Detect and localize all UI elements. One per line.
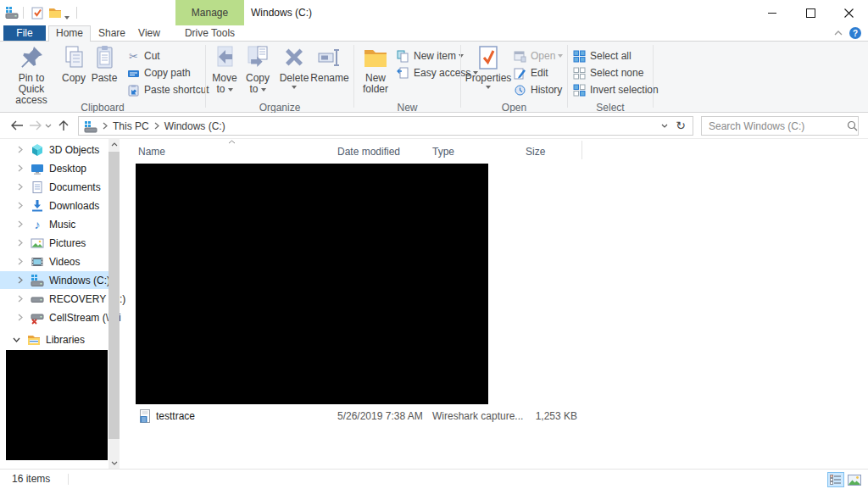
select-none-button[interactable]: Select none <box>573 65 643 81</box>
qat-customize-caret-icon[interactable] <box>64 11 70 23</box>
chevron-right-icon[interactable] <box>16 276 24 284</box>
properties-quick-icon[interactable] <box>31 6 44 19</box>
delete-button[interactable]: Delete <box>276 44 312 100</box>
search-icon[interactable] <box>840 120 865 131</box>
sidebar-item-downloads[interactable]: Downloads <box>0 197 108 214</box>
new-folder-label: New folder <box>357 73 394 95</box>
address-bar[interactable]: This PC Windows (C:) ↻ <box>78 116 693 136</box>
refresh-icon[interactable]: ↻ <box>674 117 693 135</box>
wireshark-file-icon <box>138 409 152 423</box>
sidebar-item-recovery-d[interactable]: RECOVERY (D:) <box>0 290 108 308</box>
sidebar-item-desktop[interactable]: Desktop <box>0 159 108 177</box>
move-to-button[interactable]: Move to <box>209 44 241 100</box>
file-name[interactable]: testtrace <box>156 408 195 425</box>
column-header-date-modified[interactable]: Date modified <box>337 142 400 161</box>
new-folder-button[interactable]: New folder <box>357 44 394 100</box>
tab-view[interactable]: View <box>132 25 166 41</box>
invert-selection-button[interactable]: Invert selection <box>573 82 659 97</box>
libraries-icon <box>27 333 41 347</box>
up-button[interactable] <box>54 116 73 135</box>
chevron-right-icon[interactable] <box>16 314 24 321</box>
sidebar-item-windows-c[interactable]: Windows (C:) <box>0 271 108 289</box>
invert-selection-label: Invert selection <box>590 84 659 96</box>
move-to-label: Move to <box>212 72 236 95</box>
back-button[interactable] <box>8 116 26 135</box>
navigation-bar: This PC Windows (C:) ↻ <box>0 113 868 139</box>
properties-caret-icon <box>486 86 491 89</box>
edit-button[interactable]: Edit <box>514 65 548 81</box>
sidebar-item-3d-objects[interactable]: 3D Objects <box>0 141 108 158</box>
address-dropdown-caret-icon[interactable] <box>655 124 674 128</box>
copy-button[interactable]: Copy <box>59 44 88 100</box>
scroll-up-icon[interactable] <box>108 139 120 150</box>
open-button[interactable]: Open <box>514 48 563 64</box>
chevron-right-icon[interactable] <box>16 258 24 265</box>
sidebar-item-pictures[interactable]: Pictures <box>0 234 108 252</box>
copy-to-button[interactable]: Copy to <box>242 44 274 100</box>
tab-drive-tools[interactable]: Drive Tools <box>175 25 244 41</box>
sidebar-item-videos[interactable]: Videos <box>0 253 108 270</box>
sidebar-item-cellstream[interactable]: CellStream (\\Di <box>0 308 108 326</box>
sidebar-scrollbar[interactable] <box>108 139 120 469</box>
chevron-right-icon[interactable] <box>16 146 24 153</box>
chevron-right-icon[interactable] <box>16 295 24 303</box>
chevron-right-icon[interactable] <box>16 183 24 191</box>
properties-button[interactable]: Properties <box>466 44 510 100</box>
chevron-right-icon[interactable] <box>16 164 24 172</box>
breadcrumb-this-pc[interactable]: This PC <box>108 120 154 132</box>
sidebar-item-music[interactable]: ♪ Music <box>0 215 108 233</box>
cut-button[interactable]: ✂ Cut <box>127 48 160 64</box>
chevron-right-icon[interactable] <box>16 239 24 247</box>
scrollbar-thumb[interactable] <box>108 152 120 439</box>
chevron-right-icon[interactable] <box>16 202 24 209</box>
column-header-type[interactable]: Type <box>432 142 454 161</box>
search-input[interactable] <box>702 120 840 132</box>
paste-button[interactable]: Paste <box>89 44 120 100</box>
sidebar-item-label: Libraries <box>46 334 85 346</box>
windows-drive-icon <box>31 274 44 287</box>
pictures-icon <box>31 236 44 250</box>
copy-path-button[interactable]: Copy path <box>127 65 191 81</box>
pin-to-quick-access-button[interactable]: Pin to Quick access <box>4 44 58 100</box>
chevron-down-icon[interactable] <box>13 336 20 343</box>
chevron-right-icon[interactable] <box>16 220 24 228</box>
column-header-name[interactable]: Name <box>138 142 165 161</box>
history-button[interactable]: History <box>514 82 562 97</box>
collapse-ribbon-icon[interactable] <box>834 30 843 36</box>
tab-share[interactable]: Share <box>94 25 130 41</box>
rename-button[interactable]: Rename <box>310 44 349 100</box>
new-folder-quick-icon[interactable] <box>48 6 62 19</box>
documents-icon <box>31 181 44 194</box>
help-icon[interactable]: ? <box>849 27 861 39</box>
breadcrumb-windows-c[interactable]: Windows (C:) <box>159 120 231 132</box>
large-icons-view-button[interactable] <box>846 472 863 487</box>
sidebar-item-documents[interactable]: Documents <box>0 178 108 196</box>
network-drive-disconnected-icon <box>31 311 44 325</box>
new-group-label: New <box>354 102 460 114</box>
copy-to-label: Copy to <box>246 72 270 95</box>
contextual-tab-group-label: Manage <box>192 7 228 19</box>
select-all-button[interactable]: Select all <box>573 48 632 64</box>
recent-locations-caret-icon[interactable] <box>42 116 54 135</box>
details-view-button[interactable] <box>827 472 844 487</box>
sidebar-item-libraries[interactable]: Libraries <box>0 331 108 348</box>
column-header-size[interactable]: Size <box>526 142 545 161</box>
scroll-down-icon[interactable] <box>108 458 120 469</box>
cut-label: Cut <box>144 50 160 62</box>
new-item-button[interactable]: New item <box>397 48 464 64</box>
maximize-button[interactable] <box>792 0 830 25</box>
close-button[interactable] <box>830 0 868 25</box>
minimize-button[interactable] <box>754 0 792 25</box>
tab-home[interactable]: Home <box>48 25 91 42</box>
paste-shortcut-button[interactable]: Paste shortcut <box>127 82 209 97</box>
column-divider[interactable] <box>581 141 582 159</box>
sidebar-item-label: 3D Objects <box>49 144 99 156</box>
file-row[interactable]: testtrace 5/26/2019 7:38 AM Wireshark ca… <box>120 408 868 425</box>
copy-label: Copy <box>62 73 86 84</box>
search-box[interactable] <box>701 116 859 136</box>
edit-icon <box>514 67 526 80</box>
file-list-pane: Name Date modified Type Size testtrace 5… <box>120 139 868 469</box>
status-divider <box>68 474 69 485</box>
tab-file[interactable]: File <box>3 25 46 41</box>
copy-path-icon <box>127 67 140 80</box>
